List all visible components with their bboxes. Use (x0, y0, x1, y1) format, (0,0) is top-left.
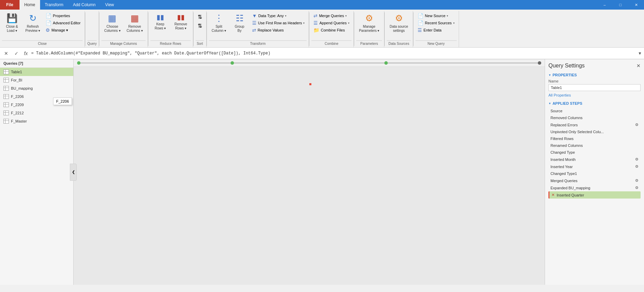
transform-tools-group: ▼ Data Type: Any ▾ ☰ Use First Row as He… (250, 12, 307, 34)
name-input[interactable] (548, 84, 641, 91)
tab-add-column[interactable]: Add Column (68, 0, 100, 10)
sidebar-header: Queries [7] (0, 59, 73, 68)
append-queries-button[interactable]: ☰ Append Queries ▾ (311, 20, 351, 26)
data-source-settings-icon: ⚙ (395, 13, 403, 24)
tab-home[interactable]: Home (20, 0, 40, 10)
applied-step-item[interactable]: Removed Columns (548, 114, 641, 121)
applied-step-item[interactable]: Source (548, 107, 641, 114)
applied-step-item[interactable]: Replaced Errors⚙ (548, 121, 641, 128)
new-source-button[interactable]: 📄 New Source ▾ (416, 12, 456, 19)
data-sources-group-label: Data Sources (387, 40, 411, 47)
manage-button[interactable]: ⚙ Manage ▾ (44, 27, 83, 34)
sidebar-item-bu_mapping[interactable]: BU_mapping (0, 84, 73, 92)
sidebar-item-table1[interactable]: Table1 (0, 68, 73, 76)
maximize-btn[interactable]: □ (612, 0, 628, 10)
advanced-editor-button[interactable]: 📄 Advanced Editor (44, 20, 83, 26)
properties-button[interactable]: 📄 Properties (44, 12, 83, 19)
sidebar-item-for_bi[interactable]: For_BI (0, 76, 73, 84)
remove-rows-button[interactable]: ▮▮ RemoveRows ▾ (171, 12, 191, 32)
step-gear-icon[interactable]: ⚙ (635, 157, 639, 162)
close-btn[interactable]: ✕ (628, 0, 644, 10)
use-first-row-button[interactable]: ☰ Use First Row as Headers ▾ (250, 20, 307, 26)
applied-step-item[interactable]: ✕Inserted Quarter (548, 191, 641, 199)
formula-cancel-button[interactable]: ✕ (2, 49, 10, 58)
applied-steps-section: ▼ APPLIED STEPS SourceRemoved ColumnsRep… (548, 101, 641, 199)
merge-queries-label: Merge Queries (319, 14, 344, 18)
step-line-1 (80, 63, 231, 63)
step-name-label: Source (550, 109, 639, 113)
applied-step-item[interactable]: Inserted Month⚙ (548, 156, 641, 163)
step-gear-icon[interactable]: ⚙ (635, 178, 639, 183)
step-gear-icon[interactable]: ⚙ (635, 186, 639, 190)
close-load-button[interactable]: 💾 Close &Load ▾ (2, 12, 22, 34)
keep-rows-button[interactable]: ▮▮ KeepRows ▾ (150, 12, 170, 32)
manage-parameters-button[interactable]: ⚙ ManageParameters ▾ (356, 12, 382, 34)
step-line-3 (388, 63, 538, 63)
transform-group-label: Transform (209, 40, 307, 47)
applied-step-item[interactable]: Filtered Rows (548, 135, 641, 142)
step-dot-4 (538, 61, 541, 65)
sort-items: ⇅ ⇅ (196, 12, 204, 40)
split-column-button[interactable]: ⋮ SplitColumn ▾ (209, 12, 229, 34)
ribbon-group-close: 💾 Close &Load ▾ ↻ RefreshPreview ▾ 📄 Pro… (0, 11, 85, 47)
applied-step-item[interactable]: Changed Type1 (548, 170, 641, 177)
minimize-btn[interactable]: – (597, 0, 612, 10)
formula-bar: ✕ ✓ fx ▼ (0, 48, 644, 59)
tab-view[interactable]: View (100, 0, 119, 10)
query-settings-close-button[interactable]: ✕ (636, 63, 641, 68)
new-query-items: 📄 New Source ▾ 📄 Recent Sources ▾ ☰ Ente… (416, 12, 456, 40)
sidebar-item-f_2212[interactable]: F_2212 (0, 109, 73, 117)
applied-steps-header: ▼ APPLIED STEPS (548, 101, 641, 105)
table-icon (3, 78, 9, 82)
replace-values-button[interactable]: ⇄ Replace Values (250, 27, 307, 34)
transform-items: ⋮ SplitColumn ▾ ☷ GroupBy ▼ Data Type: A… (209, 12, 307, 40)
remove-columns-button[interactable]: ▦ RemoveColumns ▾ (124, 12, 146, 34)
applied-step-item[interactable]: Expanded BU_mapping⚙ (548, 184, 641, 191)
group-by-button[interactable]: ☷ GroupBy (230, 12, 249, 34)
sidebar-item-f_master[interactable]: F_Master (0, 117, 73, 125)
tab-transform[interactable]: Transform (40, 0, 68, 10)
tab-file[interactable]: File (0, 0, 20, 10)
applied-step-item[interactable]: Renamed Columns (548, 142, 641, 149)
table-icon (3, 119, 9, 124)
replace-values-label: Replace Values (258, 28, 284, 32)
combine-files-button[interactable]: 📁 Combine Files (311, 27, 351, 34)
queries-list: Table1For_BIBU_mappingF_2206F_2209F_2212… (0, 68, 73, 125)
data-source-settings-button[interactable]: ⚙ Data sourcesettings (387, 12, 411, 34)
step-dot-1 (77, 61, 80, 65)
manage-icon: ⚙ (46, 27, 50, 33)
refresh-preview-button[interactable]: ↻ RefreshPreview ▾ (23, 12, 43, 34)
merge-queries-button[interactable]: ⇄ Merge Queries ▾ (311, 12, 351, 19)
applied-step-item[interactable]: Changed Type (548, 149, 641, 156)
new-query-group-label: New Query (416, 40, 456, 47)
window-controls: – □ ✕ (597, 0, 644, 10)
refresh-preview-label: RefreshPreview ▾ (25, 25, 40, 33)
data-type-button[interactable]: ▼ Data Type: Any ▾ (250, 12, 307, 19)
applied-steps-triangle-icon: ▼ (548, 102, 551, 105)
formula-confirm-button[interactable]: ✓ (12, 49, 21, 58)
step-name-label: Merged Queries (550, 179, 634, 183)
merge-queries-icon: ⇄ (313, 13, 318, 18)
sidebar-collapse-button[interactable]: ❮ (70, 164, 77, 181)
applied-step-item[interactable]: Unpivoted Only Selected Colu... (548, 128, 641, 135)
remove-columns-label: RemoveColumns ▾ (127, 25, 143, 33)
applied-step-item[interactable]: Merged Queries⚙ (548, 177, 641, 184)
applied-step-item[interactable]: Inserted Year⚙ (548, 163, 641, 170)
step-gear-icon[interactable]: ⚙ (635, 164, 639, 169)
formula-input[interactable] (31, 51, 636, 56)
step-error-icon: ✕ (552, 193, 555, 197)
enter-data-button[interactable]: ☰ Enter Data (416, 27, 456, 34)
step-gear-icon[interactable]: ⚙ (635, 123, 639, 127)
table-icon (3, 86, 9, 91)
recent-sources-icon: 📄 (418, 20, 423, 26)
sort-asc-button[interactable]: ⇅ (196, 13, 204, 21)
sort-group-label: Sort (196, 40, 204, 47)
applied-steps-list: SourceRemoved ColumnsReplaced Errors⚙Unp… (548, 107, 641, 199)
formula-expand-button[interactable]: ▼ (638, 51, 642, 56)
recent-sources-button[interactable]: 📄 Recent Sources ▾ (416, 20, 456, 26)
all-properties-link[interactable]: All Properties (548, 93, 571, 97)
sidebar-item-label: F_2209 (11, 103, 24, 107)
choose-columns-button[interactable]: ▦ ChooseColumns ▾ (101, 12, 123, 34)
sort-desc-button[interactable]: ⇅ (196, 22, 204, 30)
step-name-label: Unpivoted Only Selected Colu... (550, 130, 639, 134)
